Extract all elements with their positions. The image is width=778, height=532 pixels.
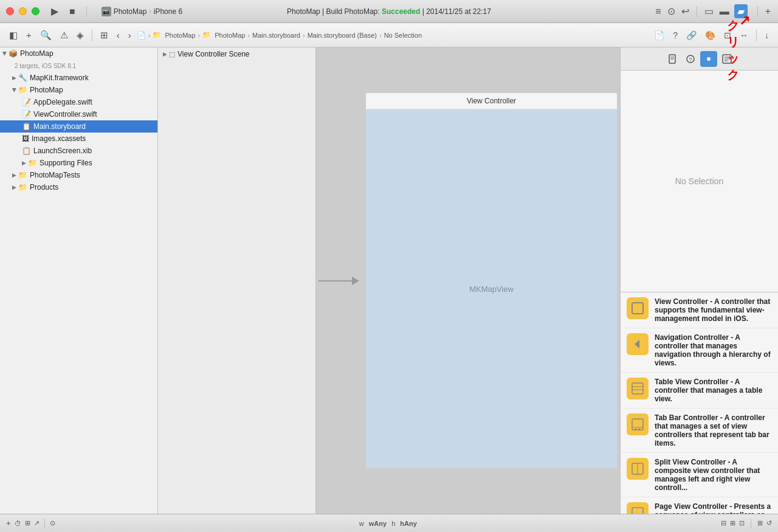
scheme-selector[interactable]: 📷 PhotoMap › iPhone 6 — [102, 7, 182, 16]
app-icon: 📷 — [102, 7, 111, 16]
svg-rect-16 — [632, 419, 643, 430]
library-title-table: Table View Controller - A controller tha… — [655, 378, 772, 403]
status-history-btn[interactable]: ⏱ — [15, 520, 21, 527]
library-title-split: Split View Controller - A composite view… — [655, 458, 772, 492]
nav-sidebar-btn[interactable]: ◧ — [6, 28, 21, 43]
library-btn[interactable]: ↓ — [762, 29, 772, 42]
storyboard-icon: 📋 — [22, 122, 31, 131]
inspector-tab-identity[interactable] — [700, 51, 717, 67]
folder-icon: 📁 — [18, 171, 27, 179]
sidebar-item-viewcontroller[interactable]: 📝 ViewController.swift — [0, 108, 157, 120]
vc-title: View Controller — [467, 97, 516, 105]
sidebar-item-photomaptests[interactable]: ▶ 📁 PhotoMapTests — [0, 169, 157, 181]
inspector-file-btn[interactable]: 📄 — [651, 29, 667, 42]
add-btn[interactable]: + — [764, 5, 772, 18]
library-item-nav-controller[interactable]: Navigation Controller - A controller tha… — [621, 328, 778, 373]
folder-icon: 📁 — [18, 183, 27, 192]
project-targets: 2 targets, iOS SDK 8.1 — [0, 60, 157, 72]
status-share-btn[interactable]: ↗ — [34, 519, 40, 527]
sidebar-item-photomap-group[interactable]: ▶ 📁 PhotoMap — [0, 84, 157, 96]
view-controller-box[interactable]: View Controller MKMapView — [365, 92, 618, 469]
status-zoom-3[interactable]: ⊡ — [739, 519, 745, 527]
library-text-page: Page View Controller - Presents a sequen… — [655, 502, 772, 514]
status-add-btn[interactable]: + — [6, 519, 11, 528]
disclosure-arrow: ▶ — [2, 52, 8, 56]
close-button[interactable] — [6, 7, 14, 15]
breadcrumb-file-icon: 📄 — [137, 31, 146, 40]
statusbar-right: ⊟ ⊞ ⊡ ⊞ ↺ — [721, 519, 772, 528]
inspector-tabs: ? — [621, 47, 778, 71]
stop-button[interactable]: ■ — [67, 5, 78, 18]
sidebar-item-appdelegate[interactable]: 📝 AppDelegate.swift — [0, 96, 157, 108]
svg-marker-12 — [635, 340, 639, 348]
statusbar-left: + ⏱ ⊞ ↗ — [6, 519, 40, 528]
grid-btn[interactable]: ⊞ — [97, 28, 111, 43]
scene-icon: ⬚ — [169, 50, 175, 58]
viewcontroller-label: ViewController.swift — [33, 110, 97, 119]
supporting-files-label: Supporting Files — [40, 159, 92, 167]
svg-point-19 — [639, 429, 641, 430]
scene-list: ▶ ⬚ View Controller Scene — [158, 47, 316, 514]
library-title-page: Page View Controller - Presents a sequen… — [655, 502, 772, 514]
breadcrumb-storyboard: Main.storyboard — [252, 32, 300, 39]
products-label: Products — [30, 183, 58, 192]
status-grid-btn[interactable]: ⊞ — [757, 519, 763, 527]
status-zoom-2[interactable]: ⊞ — [730, 519, 735, 527]
sidebar-item-main-storyboard[interactable]: 📋 Main.storyboard — [0, 120, 157, 133]
status-zoom-1[interactable]: ⊟ — [721, 519, 726, 527]
scene-item-view-controller[interactable]: ▶ ⬚ View Controller Scene — [158, 47, 315, 61]
minimize-button[interactable] — [19, 7, 27, 15]
mapkit-label: MapKit.framework — [30, 74, 89, 82]
add-file-btn[interactable]: + — [23, 28, 35, 42]
svg-rect-22 — [632, 508, 643, 514]
traffic-lights — [6, 7, 40, 15]
view-btn-2[interactable]: ▬ — [718, 5, 731, 18]
library-title-vc: View Controller - A controller that supp… — [655, 297, 772, 323]
sidebar-item-launchscreen[interactable]: 📋 LaunchScreen.xib — [0, 145, 157, 157]
scene-zoom-btn[interactable]: ⊙ — [50, 519, 55, 527]
inspector-tab-help[interactable]: ? — [682, 51, 699, 67]
breakpoint-btn[interactable]: ◈ — [74, 28, 87, 43]
framework-icon: 🔧 — [18, 74, 27, 82]
sidebar-item-mapkit[interactable]: ▶ 🔧 MapKit.framework — [0, 72, 157, 84]
statusbar-divider2 — [751, 519, 751, 528]
project-name: PhotoMap — [20, 49, 53, 58]
library-item-page-controller[interactable]: Page View Controller - Presents a sequen… — [621, 497, 778, 514]
layout-btn-3[interactable]: ↩ — [680, 4, 690, 18]
status-location-btn[interactable]: ⊞ — [25, 519, 30, 527]
library-item-view-controller[interactable]: View Controller - A controller that supp… — [621, 292, 778, 328]
status-refresh-btn[interactable]: ↺ — [766, 519, 772, 527]
back-btn[interactable]: ‹ — [114, 28, 123, 42]
sidebar-item-products[interactable]: ▶ 📁 Products — [0, 181, 157, 193]
run-button[interactable]: ▶ — [49, 4, 61, 18]
fullscreen-button[interactable] — [32, 7, 40, 15]
layout-btn-1[interactable]: ≡ — [654, 5, 662, 18]
warning-btn[interactable]: ⚠ — [57, 28, 71, 43]
forward-btn[interactable]: › — [125, 28, 134, 42]
layout-btn-2[interactable]: ⊙ — [666, 4, 676, 18]
toolbar-divider — [92, 29, 92, 41]
library-item-split-controller[interactable]: Split View Controller - A composite view… — [621, 453, 778, 497]
storyboard-canvas[interactable]: View Controller MKMapView — [316, 47, 620, 514]
statusbar-divider1 — [44, 519, 45, 528]
inspector-help-btn[interactable]: ? — [670, 29, 681, 42]
library-item-tabbar-controller[interactable]: Tab Bar Controller - A controller that m… — [621, 409, 778, 453]
no-selection-text: No Selection — [675, 176, 723, 186]
inspector-tab-file[interactable] — [664, 51, 681, 67]
search-btn[interactable]: 🔍 — [37, 28, 55, 43]
library-icon-vc — [627, 297, 649, 319]
folder-icon: 📁 — [28, 159, 37, 167]
library-item-table-controller[interactable]: Table View Controller - A controller tha… — [621, 373, 778, 409]
inspector-identity-btn[interactable]: 🔗 — [683, 29, 700, 42]
project-icon: 📦 — [9, 49, 18, 58]
sidebar-item-supporting-files[interactable]: ▶ 📁 Supporting Files — [0, 157, 157, 169]
inspector-attrs-btn[interactable]: 🎨 — [702, 29, 718, 42]
library-text-tabbar: Tab Bar Controller - A controller that m… — [655, 413, 772, 447]
h-any-value: hAny — [400, 520, 417, 527]
app-name: PhotoMap — [114, 7, 147, 16]
sidebar-item-images[interactable]: 🖼 Images.xcassets — [0, 133, 157, 145]
folder-icon: 📁 — [18, 86, 27, 94]
disclosure-arrow: ▶ — [163, 51, 167, 57]
project-root[interactable]: ▶ 📦 PhotoMap — [0, 47, 157, 60]
view-btn-1[interactable]: ▭ — [703, 4, 715, 18]
